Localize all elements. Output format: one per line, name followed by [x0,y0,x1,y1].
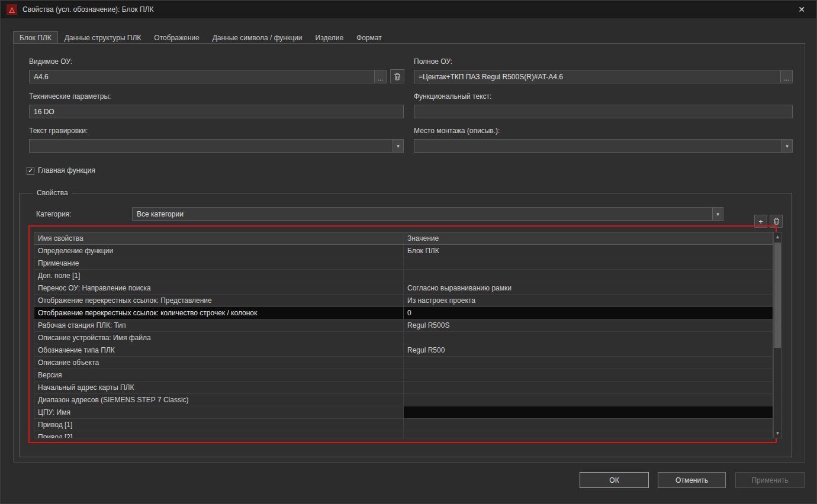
scrollbar-thumb[interactable] [774,243,781,348]
category-label: Категория: [36,210,71,218]
chevron-down-icon[interactable]: ▾ [712,208,723,220]
tab-plc-block[interactable]: Блок ПЛК [13,31,58,43]
trash-icon [394,73,401,80]
tab-format[interactable]: Формат [350,31,388,43]
properties-group-title: Свойства [33,189,72,197]
category-value: Все категории [133,210,712,218]
property-value-cell[interactable] [404,431,773,438]
property-name-cell: Примечание [34,257,404,269]
table-row[interactable]: Отображение перекрестных ссылок: количес… [34,307,773,319]
visible-du-delete-button[interactable] [390,69,404,83]
property-value-cell[interactable]: Из настроек проекта [404,295,773,306]
property-name-cell: Привод [2] [34,431,404,438]
full-du-input[interactable]: =Центак+ТКП ПАЗ Regul R500S(R)#AT-A4.6 .… [414,70,793,83]
cancel-button[interactable]: Отменить [658,472,726,488]
add-property-button[interactable]: + [754,215,767,228]
table-row[interactable]: Привод [2] [34,431,773,438]
property-value-cell[interactable] [404,332,773,344]
property-table-body: Определение функцииБлок ПЛКПримечаниеДоп… [34,245,773,438]
property-name-cell: Описание устройства: Имя файла [34,332,404,344]
property-value-cell[interactable]: Согласно выравниванию рамки [404,282,773,294]
property-value-cell[interactable]: Блок ПЛК [404,245,773,257]
property-name-cell: Доп. поле [1] [34,270,404,282]
full-du-value: =Центак+ТКП ПАЗ Regul R500S(R)#AT-A4.6 [414,73,780,81]
property-table-header: Имя свойства Значение [34,232,773,245]
tab-plc-structure-data[interactable]: Данные структуры ПЛК [58,31,148,43]
tech-params-label: Технические параметры: [29,92,111,101]
property-name-cell: Отображение перекрестных ссылок: Предста… [34,295,404,306]
property-name-cell: Отображение перекрестных ссылок: количес… [34,307,404,319]
property-name-cell: Диапазон адресов (SIEMENS STEP 7 Classic… [34,394,404,406]
property-name-cell: Привод [1] [34,419,404,431]
property-name-cell: Определение функции [34,245,404,257]
table-row[interactable]: Версия [34,369,773,382]
table-row[interactable]: Определение функцииБлок ПЛК [34,245,773,257]
tab-product[interactable]: Изделие [309,31,350,43]
table-row[interactable]: Начальный адрес карты ПЛК [34,382,773,394]
tab-display[interactable]: Отображение [147,31,205,43]
window-title: Свойства (усл. обозначение): Блок ПЛК [22,5,153,14]
tech-params-value: 16 DO [30,108,403,116]
engraving-text-combobox[interactable]: ▾ [29,139,404,153]
table-row[interactable]: Перенос ОУ: Направление поискаСогласно в… [34,282,773,295]
scroll-down-icon[interactable]: ▼ [774,429,781,438]
scrollbar-track[interactable] [774,241,781,429]
scroll-up-icon[interactable]: ▲ [774,232,781,241]
delete-property-button[interactable] [770,215,783,228]
full-du-label: Полное ОУ: [414,57,452,66]
tab-bar: Блок ПЛКДанные структуры ПЛКОтображениеД… [13,31,805,44]
mounting-site-combobox[interactable]: ▾ [414,139,793,153]
table-row[interactable]: ЦПУ: Имя [34,406,773,419]
table-row[interactable]: Примечание [34,257,773,270]
main-function-label: Главная функция [38,166,95,175]
chevron-down-icon[interactable]: ▾ [393,140,403,152]
property-name-cell: Описание объекта [34,357,404,369]
column-header-value[interactable]: Значение [404,232,773,244]
table-scrollbar[interactable]: ▲ ▼ [773,232,782,438]
visible-du-browse-button[interactable]: ... [374,70,386,83]
app-logo-icon: △ [7,4,17,15]
property-value-cell[interactable]: 0 [404,307,773,319]
table-row[interactable]: Отображение перекрестных ссылок: Предста… [34,295,773,307]
property-name-cell: Рабочая станция ПЛК: Тип [34,319,404,331]
property-name-cell: Начальный адрес карты ПЛК [34,382,404,393]
table-row[interactable]: Описание объекта [34,357,773,369]
main-function-checkbox[interactable]: ✓ [27,167,34,175]
category-combobox[interactable]: Все категории ▾ [132,207,723,221]
chevron-down-icon[interactable]: ▾ [781,140,792,152]
main-function-row: ✓ Главная функция [27,166,95,175]
mounting-site-label: Место монтажа (описыв.): [414,127,500,135]
table-row[interactable]: Диапазон адресов (SIEMENS STEP 7 Classic… [34,394,773,406]
visible-du-value: A4.6 [30,73,374,81]
full-du-browse-button[interactable]: ... [780,70,792,83]
table-row[interactable]: Привод [1] [34,419,773,431]
func-text-input[interactable] [414,105,793,118]
ok-button[interactable]: ОК [580,472,649,488]
close-icon[interactable]: ✕ [793,5,810,14]
property-value-cell[interactable] [404,394,773,406]
func-text-label: Функциональный текст: [414,92,491,101]
property-name-cell: Обозначение типа ПЛК [34,344,404,356]
column-header-name[interactable]: Имя свойства [34,232,404,244]
property-value-cell[interactable] [404,419,773,431]
table-row[interactable]: Обозначение типа ПЛКRegul R500 [34,344,773,357]
table-row[interactable]: Описание устройства: Имя файла [34,332,773,344]
property-value-cell[interactable] [404,382,773,393]
property-value-cell[interactable]: Regul R500 [404,344,773,356]
table-row[interactable]: Рабочая станция ПЛК: ТипRegul R500S [34,319,773,332]
table-row[interactable]: Доп. поле [1] [34,270,773,282]
tech-params-input[interactable]: 16 DO [29,105,404,118]
property-value-cell[interactable] [404,369,773,381]
property-value-cell[interactable] [404,357,773,369]
property-value-cell[interactable] [404,406,773,418]
tab-symbol-function-data[interactable]: Данные символа / функции [206,31,309,43]
trash-icon [773,218,780,225]
property-name-cell: Перенос ОУ: Направление поиска [34,282,404,294]
visible-du-input[interactable]: A4.6 ... [29,70,387,83]
property-value-cell[interactable]: Regul R500S [404,319,773,331]
property-value-cell[interactable] [404,270,773,282]
property-table: Имя свойства Значение Определение функци… [34,232,773,438]
plus-icon: + [758,217,763,226]
property-value-cell[interactable] [404,257,773,269]
property-name-cell: ЦПУ: Имя [34,406,404,418]
